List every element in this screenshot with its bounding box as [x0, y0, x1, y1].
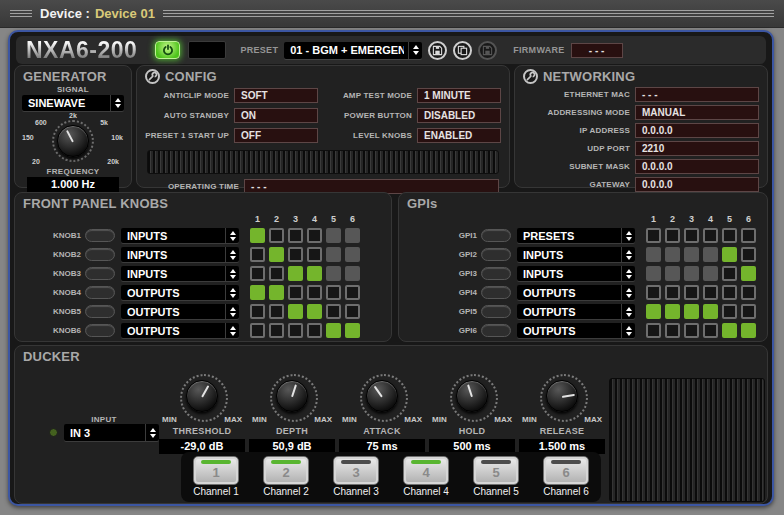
- routing-cell[interactable]: [288, 304, 303, 319]
- routing-cell[interactable]: [703, 285, 718, 300]
- routing-cell[interactable]: [646, 285, 661, 300]
- routing-cell[interactable]: [326, 247, 341, 262]
- routing-cell[interactable]: [722, 285, 737, 300]
- knob-row-button[interactable]: [85, 286, 115, 299]
- routing-cell[interactable]: [741, 285, 756, 300]
- frequency-knob[interactable]: [57, 125, 89, 157]
- routing-cell[interactable]: [703, 323, 718, 338]
- depth-knob[interactable]: [276, 380, 308, 412]
- channel-2-button[interactable]: 2: [263, 456, 309, 485]
- gpi-row-button[interactable]: [481, 305, 511, 318]
- knob-row-button[interactable]: [85, 324, 115, 337]
- routing-cell[interactable]: [722, 266, 737, 281]
- channel-3-button[interactable]: 3: [333, 456, 379, 485]
- routing-cell[interactable]: [269, 304, 284, 319]
- ducker-input-select[interactable]: IN 3: [64, 424, 159, 441]
- channel-6-button[interactable]: 6: [543, 456, 589, 485]
- save-preset-button[interactable]: [428, 41, 447, 60]
- routing-cell[interactable]: [269, 323, 284, 338]
- routing-cell[interactable]: [345, 323, 360, 338]
- knob-row-button[interactable]: [85, 229, 115, 242]
- gpi-row-button[interactable]: [481, 324, 511, 337]
- routing-cell[interactable]: [665, 247, 680, 262]
- routing-cell[interactable]: [665, 228, 680, 243]
- routing-cell[interactable]: [250, 304, 265, 319]
- gpi-mode-select[interactable]: OUTPUTS: [517, 285, 635, 300]
- routing-cell[interactable]: [345, 285, 360, 300]
- routing-cell[interactable]: [684, 323, 699, 338]
- attack-knob[interactable]: [366, 380, 398, 412]
- routing-cell[interactable]: [741, 228, 756, 243]
- routing-cell[interactable]: [269, 266, 284, 281]
- routing-cell[interactable]: [307, 228, 322, 243]
- gpi-mode-select[interactable]: INPUTS: [517, 266, 635, 281]
- routing-cell[interactable]: [665, 304, 680, 319]
- gpi-mode-select[interactable]: PRESETS: [517, 228, 635, 243]
- routing-cell[interactable]: [646, 304, 661, 319]
- signal-select[interactable]: SINEWAVE: [22, 95, 124, 111]
- knob-row-button[interactable]: [85, 267, 115, 280]
- routing-cell[interactable]: [665, 323, 680, 338]
- routing-cell[interactable]: [646, 247, 661, 262]
- knob-mode-select[interactable]: INPUTS: [121, 228, 239, 243]
- routing-cell[interactable]: [288, 323, 303, 338]
- routing-cell[interactable]: [326, 304, 341, 319]
- routing-cell[interactable]: [741, 323, 756, 338]
- routing-cell[interactable]: [250, 228, 265, 243]
- gpi-row-button[interactable]: [481, 248, 511, 261]
- routing-cell[interactable]: [269, 285, 284, 300]
- routing-cell[interactable]: [665, 285, 680, 300]
- knob-row-button[interactable]: [85, 248, 115, 261]
- gpi-mode-select[interactable]: OUTPUTS: [517, 304, 635, 319]
- knob-row-button[interactable]: [85, 305, 115, 318]
- routing-cell[interactable]: [250, 247, 265, 262]
- routing-cell[interactable]: [684, 266, 699, 281]
- release-knob[interactable]: [546, 380, 578, 412]
- paste-preset-button[interactable]: [478, 41, 497, 60]
- routing-cell[interactable]: [703, 266, 718, 281]
- knob-mode-select[interactable]: INPUTS: [121, 266, 239, 281]
- knob-mode-select[interactable]: OUTPUTS: [121, 323, 239, 338]
- routing-cell[interactable]: [250, 266, 265, 281]
- routing-cell[interactable]: [326, 266, 341, 281]
- knob-mode-select[interactable]: OUTPUTS: [121, 285, 239, 300]
- routing-cell[interactable]: [250, 323, 265, 338]
- routing-cell[interactable]: [307, 247, 322, 262]
- routing-cell[interactable]: [646, 266, 661, 281]
- routing-cell[interactable]: [307, 266, 322, 281]
- routing-cell[interactable]: [722, 323, 737, 338]
- routing-cell[interactable]: [684, 247, 699, 262]
- gpi-mode-select[interactable]: OUTPUTS: [517, 323, 635, 338]
- power-button[interactable]: [155, 41, 180, 59]
- threshold-knob[interactable]: [186, 380, 218, 412]
- routing-cell[interactable]: [722, 247, 737, 262]
- routing-cell[interactable]: [684, 285, 699, 300]
- copy-preset-button[interactable]: [453, 41, 472, 60]
- routing-cell[interactable]: [269, 228, 284, 243]
- frequency-value[interactable]: 1.000 Hz: [27, 177, 119, 192]
- channel-1-button[interactable]: 1: [193, 456, 239, 485]
- gpi-row-button[interactable]: [481, 267, 511, 280]
- routing-cell[interactable]: [250, 285, 265, 300]
- routing-cell[interactable]: [741, 247, 756, 262]
- routing-cell[interactable]: [288, 266, 303, 281]
- gpi-row-button[interactable]: [481, 229, 511, 242]
- channel-4-button[interactable]: 4: [403, 456, 449, 485]
- gpi-row-button[interactable]: [481, 286, 511, 299]
- routing-cell[interactable]: [345, 247, 360, 262]
- window-titlebar[interactable]: Device : Device 01: [0, 0, 784, 28]
- routing-cell[interactable]: [741, 266, 756, 281]
- networking-settings-button[interactable]: [523, 69, 538, 84]
- routing-cell[interactable]: [345, 266, 360, 281]
- routing-cell[interactable]: [307, 323, 322, 338]
- routing-cell[interactable]: [646, 228, 661, 243]
- routing-cell[interactable]: [345, 304, 360, 319]
- routing-cell[interactable]: [345, 228, 360, 243]
- routing-cell[interactable]: [326, 323, 341, 338]
- knob-mode-select[interactable]: INPUTS: [121, 247, 239, 262]
- routing-cell[interactable]: [288, 228, 303, 243]
- routing-cell[interactable]: [703, 247, 718, 262]
- gpi-mode-select[interactable]: INPUTS: [517, 247, 635, 262]
- routing-cell[interactable]: [269, 247, 284, 262]
- routing-cell[interactable]: [307, 285, 322, 300]
